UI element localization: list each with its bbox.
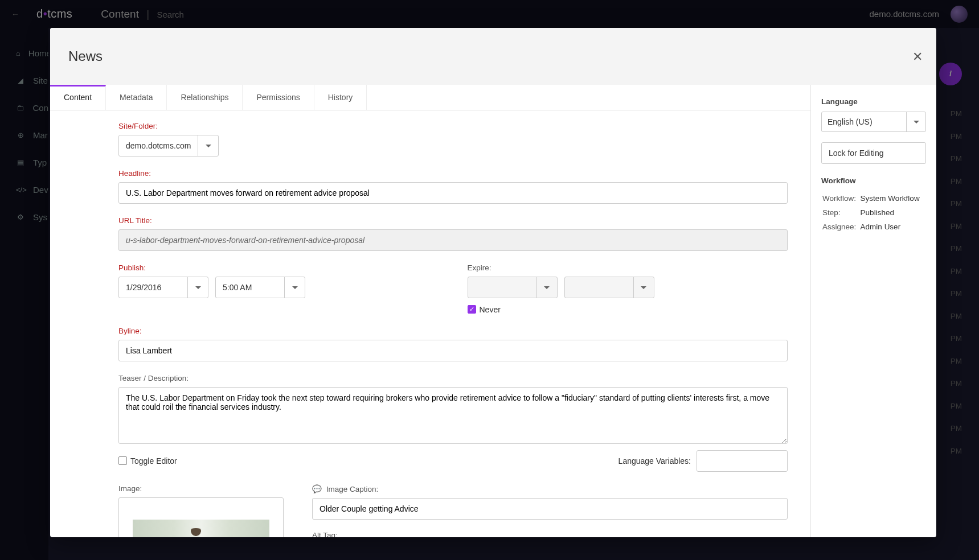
chevron-down-icon [284, 277, 305, 298]
expire-date-value [468, 277, 536, 298]
modal-header: News ✕ [50, 28, 936, 85]
chevron-down-icon [633, 277, 654, 298]
expire-time-value [565, 277, 633, 298]
site-folder-dropdown[interactable]: demo.dotcms.com [118, 135, 219, 157]
language-value: English (US) [822, 112, 906, 131]
workflow-value: System Workflow [861, 192, 925, 205]
workflow-table: Workflow:System Workflow Step:Published … [821, 191, 926, 234]
image-label: Image: [118, 484, 284, 493]
publish-time-dropdown[interactable]: 5:00 AM [215, 277, 305, 298]
assignee-value: Admin User [861, 220, 925, 233]
checkbox-unchecked-icon [118, 456, 127, 465]
publish-label: Publish: [118, 263, 439, 272]
byline-input[interactable] [118, 340, 788, 361]
never-checkbox[interactable]: ✓ Never [468, 305, 501, 314]
tab-permissions[interactable]: Permissions [243, 85, 314, 110]
chevron-down-icon [536, 277, 557, 298]
publish-date-value: 1/29/2016 [119, 277, 187, 298]
tab-content[interactable]: Content [50, 85, 106, 110]
tab-metadata[interactable]: Metadata [106, 85, 167, 110]
workflow-key: Workflow: [822, 192, 859, 205]
lock-for-editing-button[interactable]: Lock for Editing [821, 142, 926, 164]
image-picker[interactable] [118, 497, 284, 538]
comment-icon: 💬 [312, 485, 322, 493]
url-title-label: URL Title: [118, 216, 788, 225]
publish-time-value: 5:00 AM [216, 277, 284, 298]
language-variables-input[interactable] [697, 450, 788, 472]
teaser-label: Teaser / Description: [118, 374, 788, 382]
step-key: Step: [822, 206, 859, 219]
assignee-key: Assignee: [822, 220, 859, 233]
modal-side-panel: Language English (US) Lock for Editing W… [811, 85, 936, 537]
language-label: Language [821, 97, 926, 106]
workflow-heading: Workflow [821, 176, 926, 185]
expire-time-dropdown[interactable] [564, 277, 654, 298]
image-thumbnail [133, 520, 269, 538]
headline-label: Headline: [118, 169, 788, 178]
toggle-editor-checkbox[interactable]: Toggle Editor [118, 456, 177, 466]
site-folder-label: Site/Folder: [118, 122, 788, 130]
modal-title: News [68, 48, 103, 64]
checkbox-checked-icon: ✓ [468, 305, 476, 314]
alt-tag-label: Alt Tag: [312, 531, 788, 538]
byline-label: Byline: [118, 327, 788, 335]
url-title-input[interactable] [118, 229, 788, 251]
chevron-down-icon [906, 112, 925, 131]
headline-input[interactable] [118, 182, 788, 204]
toggle-editor-label: Toggle Editor [130, 456, 177, 466]
tabs: Content Metadata Relationships Permissio… [50, 85, 810, 110]
close-icon[interactable]: ✕ [912, 50, 923, 64]
modal: News ✕ Content Metadata Relationships Pe… [50, 28, 936, 537]
publish-date-dropdown[interactable]: 1/29/2016 [118, 277, 208, 298]
expire-date-dropdown[interactable] [468, 277, 558, 298]
tab-history[interactable]: History [314, 85, 367, 110]
expire-label: Expire: [468, 263, 788, 272]
language-variables-label: Language Variables: [618, 456, 691, 466]
never-label: Never [480, 305, 501, 314]
image-caption-input[interactable] [312, 498, 788, 520]
language-dropdown[interactable]: English (US) [821, 112, 926, 132]
step-value: Published [861, 206, 925, 219]
site-folder-value: demo.dotcms.com [119, 135, 198, 156]
image-caption-label: 💬 Image Caption: [312, 484, 788, 493]
chevron-down-icon [187, 277, 208, 298]
tab-relationships[interactable]: Relationships [167, 85, 243, 110]
chevron-down-icon [198, 135, 218, 156]
teaser-textarea[interactable] [118, 387, 788, 444]
